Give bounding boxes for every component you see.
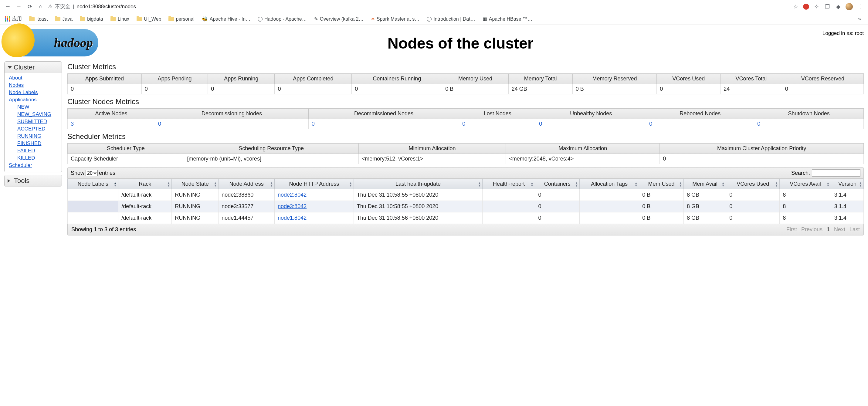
bookmark-label: Spark Master at s… [377, 17, 420, 22]
apps-label: 应用 [12, 16, 22, 22]
column-header-sortable[interactable]: Mem Used▲▼ [639, 179, 684, 189]
sidebar-item-running[interactable]: RUNNING [9, 133, 57, 140]
column-header-sortable[interactable]: Health-report▲▼ [483, 179, 535, 189]
bookmark-java[interactable]: Java [55, 17, 72, 22]
sidebar-item-applications[interactable]: Applications [9, 96, 57, 103]
column-header-sortable[interactable]: Node Labels▲▼ [68, 179, 118, 189]
bookmark-chevron-icon[interactable]: » [856, 15, 863, 23]
main-content: Cluster Metrics Apps SubmittedApps Pendi… [67, 61, 864, 236]
page-size-select[interactable]: 20 [86, 170, 98, 176]
forward-button[interactable]: → [15, 3, 23, 10]
accordion-header-cluster[interactable]: Cluster [5, 62, 62, 73]
cell-labels [68, 212, 118, 224]
bookmark-bigdata[interactable]: bigdata [80, 17, 103, 22]
sidebar-item-submitted[interactable]: SUBMITTED [9, 118, 57, 125]
login-info: Logged in as: root [823, 30, 864, 36]
node-count-link[interactable]: 0 [757, 121, 760, 127]
sort-icon: ▲▼ [530, 182, 534, 187]
globe-icon [427, 17, 432, 22]
sidebar-item-new[interactable]: NEW [9, 103, 57, 111]
node-count-link[interactable]: 0 [462, 121, 465, 127]
bookmark-kafka[interactable]: ✎Overview (kafka 2… [314, 16, 364, 22]
sidebar-item-nodes[interactable]: Nodes [9, 82, 57, 89]
node-count-link[interactable]: 0 [649, 121, 652, 127]
pager-next[interactable]: Next [834, 226, 845, 233]
bookmark-hbase[interactable]: ▦Apache HBase ™… [483, 16, 532, 22]
extension-icon[interactable] [803, 4, 809, 10]
column-header-sortable[interactable]: Allocation Tags▲▼ [580, 179, 639, 189]
column-header-sortable[interactable]: Rack▲▼ [118, 179, 172, 189]
column-header: Active Nodes [68, 108, 155, 119]
apps-button[interactable]: 应用 [5, 16, 22, 22]
bookmark-linux[interactable]: Linux [111, 17, 129, 22]
sidebar-item-about[interactable]: About [9, 74, 57, 82]
column-header-sortable[interactable]: Last health-update▲▼ [353, 179, 483, 189]
column-header-sortable[interactable]: Containers▲▼ [535, 179, 580, 189]
bookmark-star-icon[interactable]: ☆ [792, 3, 799, 10]
bookmark-itcast[interactable]: itcast [29, 17, 48, 22]
column-header-sortable[interactable]: VCores Used▲▼ [726, 179, 780, 189]
sidebar-item-new-saving[interactable]: NEW_SAVING [9, 111, 57, 118]
bookmark-label: Java [62, 17, 72, 22]
node-http-link[interactable]: node1:8042 [278, 215, 307, 221]
pager-last[interactable]: Last [849, 226, 860, 233]
extension-icon-3[interactable]: ◆ [835, 3, 842, 10]
column-header-sortable[interactable]: VCores Avail▲▼ [780, 179, 831, 189]
metric-cell: 0 [754, 119, 864, 129]
profile-avatar[interactable] [845, 3, 853, 10]
column-header-sortable[interactable]: Node State▲▼ [172, 179, 219, 189]
section-title-cluster-nodes-metrics: Cluster Nodes Metrics [67, 97, 864, 106]
bookmark-hadoop[interactable]: Hadoop - Apache… [258, 17, 307, 22]
column-header-sortable[interactable]: Node HTTP Address▲▼ [275, 179, 354, 189]
bookmark-hive[interactable]: 🐝Apache Hive - In… [202, 16, 250, 22]
kebab-menu-icon[interactable]: ⋮ [857, 3, 864, 10]
pager-first[interactable]: First [786, 226, 797, 233]
cell-alloc_tags [580, 201, 639, 212]
accordion-label: Cluster [14, 63, 35, 71]
pager-page-1[interactable]: 1 [827, 226, 830, 233]
bookmark-datax[interactable]: Introduction | Dat… [427, 17, 475, 22]
column-header: VCores Total [720, 74, 782, 84]
cell-vcores_used: 0 [726, 212, 780, 224]
pager-previous[interactable]: Previous [801, 226, 823, 233]
sidebar-item-killed[interactable]: KILLED [9, 154, 57, 162]
cell-address: node2:38860 [219, 189, 275, 201]
metric-cell: 24 GB [508, 84, 572, 94]
sidebar-item-accepted[interactable]: ACCEPTED [9, 125, 57, 133]
cell-last_health: Thu Dec 31 10:58:56 +0800 2020 [353, 212, 483, 224]
sort-icon: ▲▼ [349, 182, 352, 187]
folder-icon [29, 17, 35, 21]
reload-button[interactable]: ⟳ [26, 3, 33, 10]
cell-http: node2:8042 [275, 189, 354, 201]
column-header: Lost Nodes [459, 108, 536, 119]
bookmark-uiweb[interactable]: UI_Web [136, 17, 161, 22]
sidebar-item-node-labels[interactable]: Node Labels [9, 89, 57, 96]
back-button[interactable]: ← [4, 3, 11, 10]
extension-puzzle-icon[interactable]: ❐ [824, 3, 831, 10]
accordion-header-tools[interactable]: Tools [5, 175, 62, 187]
column-header: Shutdown Nodes [754, 108, 864, 119]
bookmark-bar: 应用 itcast Java bigdata Linux UI_Web pers… [0, 13, 868, 25]
sidebar-item-finished[interactable]: FINISHED [9, 140, 57, 147]
cell-alloc_tags [580, 212, 639, 224]
node-count-link[interactable]: 0 [158, 121, 161, 127]
node-count-link[interactable]: 3 [71, 121, 74, 127]
node-count-link[interactable]: 0 [539, 121, 542, 127]
bookmark-spark[interactable]: ✶Spark Master at s… [371, 16, 420, 22]
node-count-link[interactable]: 0 [312, 121, 315, 127]
sidebar-item-scheduler[interactable]: Scheduler [9, 162, 57, 169]
node-http-link[interactable]: node2:8042 [278, 192, 307, 198]
cell-containers: 0 [535, 189, 580, 201]
hadoop-logo: hadoop [4, 29, 98, 57]
column-header-sortable[interactable]: Node Address▲▼ [219, 179, 275, 189]
extension-icon-2[interactable]: ✧ [813, 3, 820, 10]
search-input[interactable] [812, 169, 860, 177]
address-bar[interactable]: ⚠ 不安全 | node1:8088/cluster/nodes [48, 3, 136, 10]
bookmark-personal[interactable]: personal [168, 17, 194, 22]
node-http-link[interactable]: node3:8042 [278, 203, 307, 209]
column-header-sortable[interactable]: Mem Avail▲▼ [683, 179, 726, 189]
column-header-sortable[interactable]: Version▲▼ [831, 179, 863, 189]
home-button[interactable]: ⌂ [37, 3, 44, 10]
cell-vcores_avail: 8 [780, 212, 831, 224]
sidebar-item-failed[interactable]: FAILED [9, 147, 57, 154]
